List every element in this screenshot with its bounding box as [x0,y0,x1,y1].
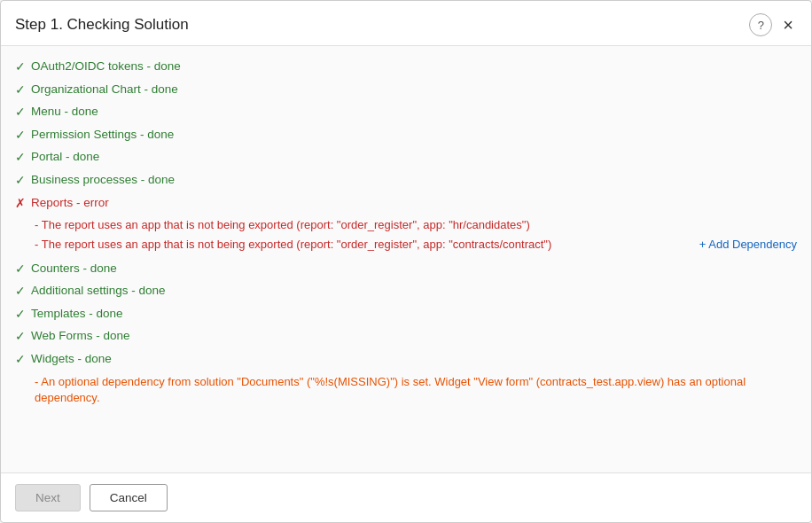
check-label: Permission Settings - done [31,127,174,144]
success-icon: ✓ [15,82,26,99]
check-item-templates: ✓ Templates - done [15,306,797,324]
error-message-1: - The report uses an app that is not bei… [35,217,797,233]
check-label: Web Forms - done [31,328,130,345]
error-message-2: - The report uses an app that is not bei… [35,237,797,253]
dialog-header: Step 1. Checking Solution ? × [1,1,811,46]
check-item-webforms: ✓ Web Forms - done [15,328,797,346]
check-item-additional: ✓ Additional settings - done [15,283,797,301]
success-icon: ✓ [15,59,26,76]
check-item-widgets: ✓ Widgets - done [15,351,797,369]
success-icon: ✓ [15,149,26,167]
check-label: Portal - done [31,149,99,166]
warning-message: - An optional dependency from solution "… [35,374,797,406]
dialog-title: Step 1. Checking Solution [15,16,189,34]
success-icon: ✓ [15,104,26,121]
close-button[interactable]: × [779,14,797,35]
check-label: Widgets - done [31,351,112,368]
check-label: Organizational Chart - done [31,82,178,98]
check-label: Additional settings - done [31,283,166,300]
check-item-business: ✓ Business processes - done [15,172,797,190]
success-icon: ✓ [15,283,26,301]
success-icon: ✓ [15,306,26,324]
check-label: Counters - done [31,261,117,277]
check-item-counters: ✓ Counters - done [15,261,797,278]
checking-solution-dialog: Step 1. Checking Solution ? × ✓ OAuth2/O… [0,0,812,523]
check-item-oauth: ✓ OAuth2/OIDC tokens - done [15,59,797,76]
add-dependency-link[interactable]: + Add Dependency [699,237,797,253]
next-button[interactable]: Next [15,484,81,511]
help-button[interactable]: ? [749,13,772,36]
check-label: OAuth2/OIDC tokens - done [31,59,181,75]
check-item-menu: ✓ Menu - done [15,104,797,121]
success-icon: ✓ [15,127,26,144]
success-icon: ✓ [15,172,26,190]
dialog-footer: Next Cancel [1,472,811,522]
check-item-permission: ✓ Permission Settings - done [15,127,797,144]
cancel-button[interactable]: Cancel [90,484,168,511]
check-item-reports: ✗ Reports - error [15,195,797,213]
success-icon: ✓ [15,351,26,369]
error-icon: ✗ [15,195,26,213]
success-icon: ✓ [15,261,26,278]
check-label: Reports - error [31,195,109,212]
check-item-org-chart: ✓ Organizational Chart - done [15,82,797,99]
dialog-body: ✓ OAuth2/OIDC tokens - done ✓ Organizati… [1,46,811,472]
error-text-2: - The report uses an app that is not bei… [35,237,551,253]
check-item-portal: ✓ Portal - done [15,149,797,167]
success-icon: ✓ [15,328,26,346]
check-label: Templates - done [31,306,123,323]
header-actions: ? × [749,13,797,36]
check-label: Menu - done [31,104,98,121]
check-label: Business processes - done [31,172,175,189]
